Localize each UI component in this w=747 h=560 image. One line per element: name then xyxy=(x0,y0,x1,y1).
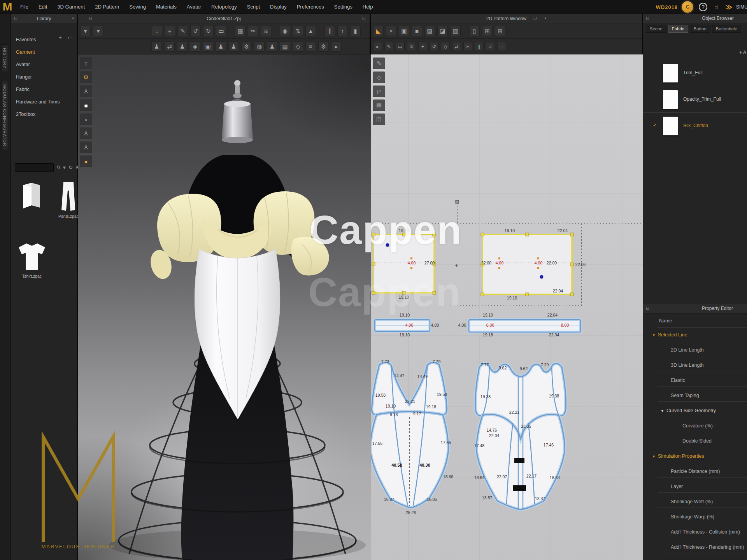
simulate-label[interactable]: SIMUL xyxy=(736,4,747,10)
menu-script[interactable]: Script xyxy=(247,4,260,10)
mannequin-icon[interactable]: ♙ xyxy=(80,128,92,139)
lib-garment[interactable]: Garment xyxy=(11,47,77,58)
sphere-view-icon[interactable]: ● xyxy=(80,156,92,167)
raise-icon[interactable]: ↑ xyxy=(337,26,348,36)
prop-double-sided[interactable]: ▼Double Sided xyxy=(643,434,747,449)
pattern-2d-canvas[interactable]: ✎◇P▤◫ xyxy=(371,54,643,560)
bodice-front-pattern[interactable] xyxy=(371,362,448,508)
list-icon[interactable]: ≡ xyxy=(407,42,416,51)
move-pattern-icon[interactable]: ▣ xyxy=(399,26,409,36)
avatar-walk-icon[interactable]: ♟ xyxy=(177,41,188,52)
show-garment-icon[interactable]: T xyxy=(80,58,92,69)
prop-curvature[interactable]: ▼Curvature (%) xyxy=(643,418,747,434)
prop-shrinkage-warp[interactable]: ▼Shrinkage Warp (%) xyxy=(643,509,747,525)
menu-materials[interactable]: Materials xyxy=(156,4,177,10)
filled-rect-icon[interactable]: ■ xyxy=(412,26,422,36)
library-tshirt-thumb[interactable]: Tshirt.zpac xyxy=(16,242,48,278)
tab-history[interactable]: HISTORY xyxy=(1,44,8,72)
menu-help[interactable]: Help xyxy=(363,4,373,10)
transform-pattern-icon[interactable]: ◣ xyxy=(373,26,384,36)
avatar-icon[interactable]: ♟ xyxy=(267,41,277,52)
import-arrow-icon[interactable]: ↓ xyxy=(152,26,162,36)
prop-2d-line-length[interactable]: ▼2D Line Length xyxy=(643,343,747,358)
undo-icon[interactable]: ↺ xyxy=(430,42,438,51)
viewport-3d-titlebar[interactable]: ⊡ Cinderella01.Zpj ⊡ xyxy=(78,14,370,23)
dart-icon[interactable]: ◪ xyxy=(437,26,448,36)
help-icon[interactable]: ? xyxy=(699,3,707,11)
lib-hardware-trims[interactable]: Hardware and Trims xyxy=(11,96,77,107)
parallel-icon[interactable]: ∥ xyxy=(475,42,484,51)
cursor-icon[interactable]: ▸ xyxy=(373,42,382,51)
pen-2d-icon[interactable]: ✎ xyxy=(373,58,385,69)
fabric-opacity-trim-full[interactable]: ✓ Opacity_Trim_Full xyxy=(643,86,747,113)
prop-selected-line[interactable]: ▼Selected Line xyxy=(643,327,747,343)
library-folder-thumb[interactable]: .. xyxy=(18,180,45,218)
sphere-icon[interactable]: ◍ xyxy=(254,41,265,52)
point-2d-icon[interactable]: ◇ xyxy=(373,72,385,83)
object-browser-titlebar[interactable]: ⊡ Object Browser xyxy=(643,14,747,23)
lib-hanger[interactable]: Hanger xyxy=(11,72,77,82)
search-icon[interactable]: ⚲ xyxy=(55,164,62,171)
pin-icon[interactable]: ▪ xyxy=(545,16,546,20)
menu-sewing[interactable]: Sewing xyxy=(129,4,146,10)
library-pants-thumb[interactable]: Pants.zpac xyxy=(57,181,80,219)
fabric-swatch[interactable] xyxy=(663,64,678,82)
library-titlebar[interactable]: ⊡ Library ▪ xyxy=(11,14,77,23)
tab-button[interactable]: Button xyxy=(690,25,710,33)
edit-pattern-icon[interactable]: × xyxy=(386,26,396,36)
texture-box-icon[interactable]: ■ xyxy=(80,100,92,111)
favorites-action-icons[interactable]: + ↩ xyxy=(59,35,74,40)
avatar-icon[interactable]: ♟ xyxy=(228,41,239,52)
grid-small-icon[interactable]: ⊞ xyxy=(482,26,493,36)
panel-icon[interactable]: ▯ xyxy=(469,26,480,36)
float-window-icon[interactable]: ⊡ xyxy=(646,16,649,21)
diamond-icon[interactable]: ◇ xyxy=(293,41,303,52)
fabric-silk-chiffon[interactable]: ✓ Silk_Chiffon xyxy=(643,113,747,139)
library-search-input[interactable] xyxy=(15,163,54,172)
pleat-icon[interactable]: ▥ xyxy=(450,26,461,36)
hash-grid-icon[interactable]: # xyxy=(486,42,495,51)
board-icon[interactable]: ▣ xyxy=(203,41,213,52)
grid-tool-icon[interactable]: ▦ xyxy=(235,26,245,36)
menu-display[interactable]: Display xyxy=(270,4,287,10)
menu-avatar[interactable]: Avatar xyxy=(187,4,201,10)
swap-icon[interactable]: ⇄ xyxy=(164,41,175,52)
tab-scene[interactable]: Scene xyxy=(646,25,666,33)
strip-patterns[interactable] xyxy=(375,320,580,332)
dim-tool-icon[interactable]: ▾ xyxy=(93,26,103,36)
redo-icon[interactable]: ↻ xyxy=(203,26,214,36)
undo-icon[interactable]: ↺ xyxy=(190,26,201,36)
menu-2d-pattern[interactable]: 2D Pattern xyxy=(95,4,119,10)
menu-preferences[interactable]: Preferences xyxy=(297,4,324,10)
scissors-icon[interactable]: ✂ xyxy=(248,26,258,36)
prop-layer[interactable]: ▼Layer xyxy=(643,479,747,494)
fabric-swatch[interactable] xyxy=(663,90,678,109)
swap-icon[interactable]: ⇄ xyxy=(452,42,461,51)
tree-collapse-icon[interactable]: ▼ xyxy=(661,409,664,413)
simulate-chevron-icon[interactable]: ≫ xyxy=(725,3,732,11)
float-window-icon[interactable]: ⊡ xyxy=(89,16,92,21)
mount-tool-icon[interactable]: ▲ xyxy=(305,26,316,36)
lib-2toolbox[interactable]: 2Toolbox xyxy=(11,109,77,120)
rect-icon[interactable]: ▭ xyxy=(396,42,405,51)
flip-tool-icon[interactable]: ⇅ xyxy=(293,26,303,36)
coin-icon[interactable]: C xyxy=(682,1,693,13)
lib-avatar[interactable]: Avatar xyxy=(11,59,77,70)
cut-icon[interactable]: ✂ xyxy=(463,42,472,51)
viewport-3d-canvas[interactable]: T⚙♙■◗♙♙● xyxy=(78,54,371,560)
app-logo[interactable]: M xyxy=(0,0,15,14)
bar-tool-icon[interactable]: ▮ xyxy=(350,26,361,36)
dotted-line-icon[interactable]: ···· xyxy=(497,42,506,51)
search-caret-icon[interactable]: ▾ xyxy=(63,164,66,170)
layers-icon[interactable]: ▤ xyxy=(280,41,290,52)
gear-icon[interactable]: ⚙ xyxy=(80,72,92,83)
float-window-icon[interactable]: ⊡ xyxy=(646,306,649,311)
pin-icon[interactable]: ▪ xyxy=(72,16,74,20)
expand-window-icon[interactable]: ⊡ xyxy=(533,16,537,21)
menu-retopology[interactable]: Retopology xyxy=(211,4,237,10)
play-icon[interactable]: ▸ xyxy=(331,41,342,52)
prop-elastic[interactable]: ▼Elastic xyxy=(643,373,747,388)
tree-collapse-icon[interactable]: ▼ xyxy=(652,455,656,458)
prop-3d-line-length[interactable]: ▼3D Line Length xyxy=(643,358,747,373)
add-fabric-button[interactable]: + A xyxy=(739,50,746,55)
